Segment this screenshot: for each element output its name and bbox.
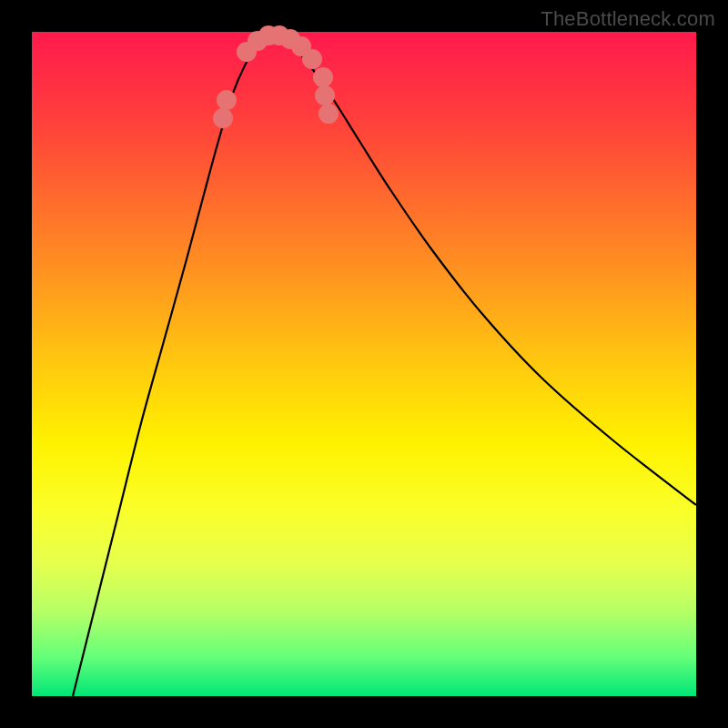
chart-svg xyxy=(32,32,696,696)
marker-dot-layer xyxy=(213,25,339,128)
marker-dot xyxy=(313,67,333,87)
marker-dot xyxy=(318,104,339,124)
marker-dot xyxy=(302,49,322,69)
outer-frame: TheBottleneck.com xyxy=(0,0,728,728)
marker-dot xyxy=(315,86,335,106)
watermark-text: TheBottleneck.com xyxy=(541,7,715,31)
marker-dot xyxy=(217,90,237,110)
chart-plot-area xyxy=(32,32,696,696)
marker-dot xyxy=(213,108,233,128)
bottleneck-curve-path xyxy=(73,35,696,696)
